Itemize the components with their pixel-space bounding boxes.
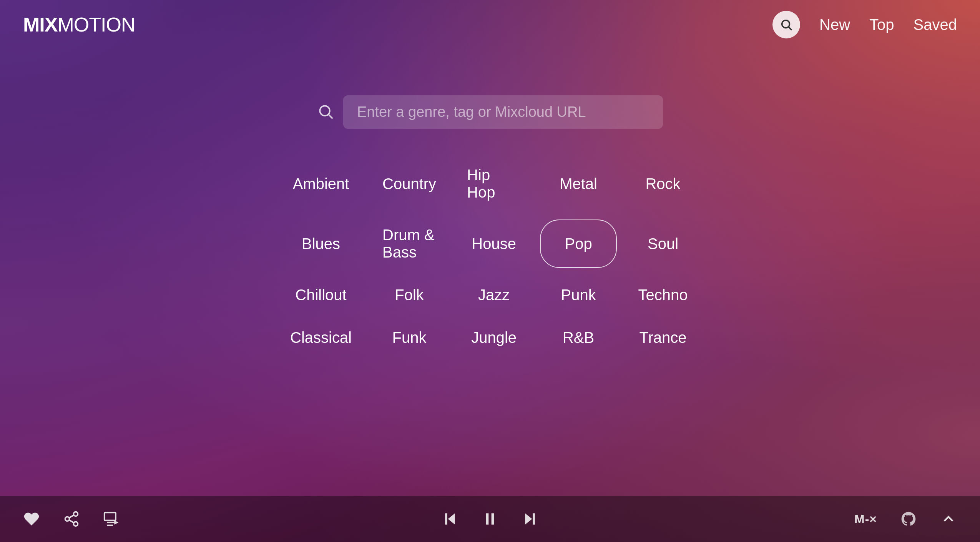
- svg-marker-12: [114, 520, 118, 525]
- search-input[interactable]: [343, 95, 663, 129]
- genre-item-trance[interactable]: Trance: [625, 322, 701, 353]
- svg-marker-17: [525, 513, 532, 524]
- svg-rect-18: [533, 513, 535, 524]
- share-button[interactable]: [63, 510, 80, 527]
- mixcloud-logo: M-×: [854, 512, 877, 526]
- svg-rect-14: [445, 513, 447, 524]
- svg-line-1: [789, 27, 792, 30]
- svg-rect-16: [492, 513, 494, 524]
- genre-item-jungle[interactable]: Jungle: [455, 322, 532, 353]
- search-icon: [780, 18, 793, 31]
- like-button[interactable]: [23, 510, 40, 527]
- genre-item-punk[interactable]: Punk: [540, 279, 617, 311]
- genre-item-metal[interactable]: Metal: [540, 160, 617, 208]
- svg-point-6: [74, 522, 78, 526]
- genre-item-rock[interactable]: Rock: [625, 160, 701, 208]
- svg-line-7: [69, 520, 74, 523]
- genre-item-funk[interactable]: Funk: [371, 322, 448, 353]
- genre-item-classical[interactable]: Classical: [279, 322, 363, 353]
- svg-line-3: [329, 115, 332, 118]
- genre-item-soul[interactable]: Soul: [625, 219, 701, 268]
- genre-item-house[interactable]: House: [455, 219, 532, 268]
- svg-line-8: [69, 515, 74, 518]
- player-right: M-×: [646, 510, 957, 527]
- player-left: [23, 510, 334, 527]
- genre-item-folk[interactable]: Folk: [371, 279, 448, 311]
- svg-point-4: [74, 512, 78, 516]
- search-icon-inline: [317, 103, 334, 121]
- genre-item-ambient[interactable]: Ambient: [279, 160, 363, 208]
- player-bar: M-×: [0, 496, 980, 542]
- genre-grid: AmbientCountryHip HopMetalRockBluesDrum …: [279, 160, 701, 353]
- github-button[interactable]: [900, 510, 917, 527]
- genre-item-country[interactable]: Country: [371, 160, 448, 208]
- nav-saved[interactable]: Saved: [914, 16, 957, 33]
- search-button[interactable]: [772, 11, 800, 38]
- genre-item-chillout[interactable]: Chillout: [279, 279, 363, 311]
- logo-motion: MOTION: [57, 13, 135, 36]
- prev-button[interactable]: [442, 510, 458, 527]
- svg-point-5: [65, 517, 70, 521]
- logo-mix: MIX: [23, 13, 57, 36]
- genre-item-rnb[interactable]: R&B: [540, 322, 617, 353]
- genre-item-hiphop[interactable]: Hip Hop: [455, 160, 532, 208]
- genre-item-blues[interactable]: Blues: [279, 219, 363, 268]
- nav: New Top Saved: [772, 11, 957, 38]
- search-bar: [317, 95, 663, 129]
- genre-item-drumandbass[interactable]: Drum & Bass: [371, 219, 448, 268]
- genre-item-pop[interactable]: Pop: [540, 219, 617, 268]
- svg-point-2: [320, 106, 330, 116]
- nav-new[interactable]: New: [819, 16, 850, 33]
- svg-rect-9: [105, 513, 116, 520]
- playlist-button[interactable]: [103, 510, 120, 527]
- app-logo[interactable]: MIXMOTION: [23, 13, 135, 36]
- genre-item-jazz[interactable]: Jazz: [455, 279, 532, 311]
- expand-button[interactable]: [940, 510, 957, 527]
- main-content: AmbientCountryHip HopMetalRockBluesDrum …: [0, 49, 980, 496]
- genre-item-techno[interactable]: Techno: [625, 279, 701, 311]
- svg-marker-13: [448, 513, 455, 524]
- next-button[interactable]: [522, 510, 538, 527]
- pause-button[interactable]: [482, 510, 498, 527]
- header: MIXMOTION New Top Saved: [0, 0, 980, 49]
- player-center: [334, 510, 646, 527]
- svg-rect-15: [486, 513, 488, 524]
- svg-point-0: [782, 20, 790, 28]
- nav-top[interactable]: Top: [869, 16, 894, 33]
